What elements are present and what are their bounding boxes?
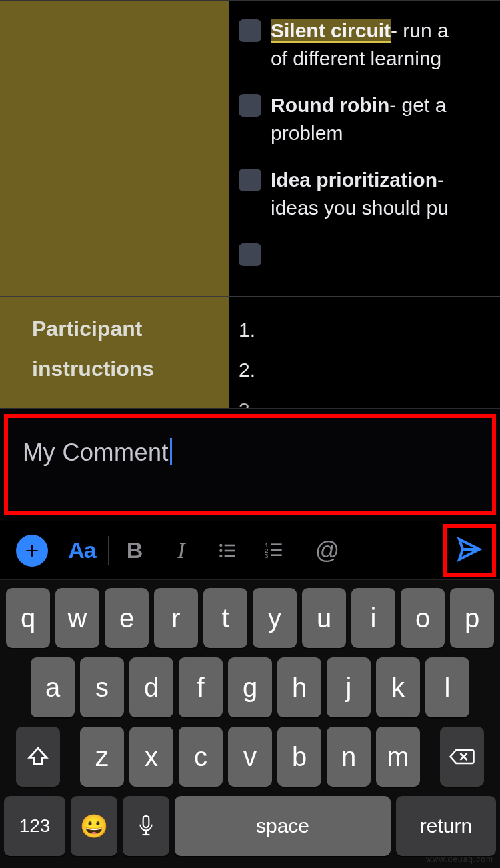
- bullet-list-button[interactable]: [205, 527, 251, 574]
- key-e[interactable]: e: [105, 588, 149, 648]
- bold-icon: B: [127, 537, 143, 563]
- ordered-list-item[interactable]: 3.: [239, 390, 493, 408]
- shift-icon: [27, 745, 49, 768]
- add-button[interactable]: [5, 527, 59, 574]
- key-i[interactable]: i: [351, 588, 395, 648]
- checklist-item[interactable]: Round robin- get a problem: [239, 91, 493, 147]
- key-p[interactable]: p: [450, 588, 494, 648]
- svg-point-0: [219, 543, 222, 546]
- send-icon: [456, 536, 483, 563]
- svg-rect-9: [271, 549, 282, 551]
- at-icon: @: [315, 537, 340, 565]
- checklist-item[interactable]: Silent circuit- run a of different learn…: [239, 17, 493, 73]
- key-f[interactable]: f: [179, 657, 223, 717]
- checkbox-icon[interactable]: [239, 243, 261, 266]
- checklist-text[interactable]: Silent circuit- run a of different learn…: [271, 17, 449, 73]
- checklist-item-empty[interactable]: [239, 241, 493, 266]
- svg-rect-3: [225, 549, 235, 551]
- toolbar-separator: [108, 536, 109, 565]
- checklist-item[interactable]: Idea prioritization- ideas you should pu: [239, 166, 493, 222]
- send-button[interactable]: [456, 536, 483, 565]
- key-k[interactable]: k: [376, 657, 420, 717]
- comment-area: My Comment: [0, 408, 500, 521]
- svg-rect-15: [143, 816, 149, 827]
- key-r[interactable]: r: [154, 588, 198, 648]
- numbered-list-icon: 123: [264, 540, 285, 561]
- key-w[interactable]: w: [55, 588, 99, 648]
- key-c[interactable]: c: [179, 727, 223, 787]
- bullet-list-icon: [217, 540, 239, 561]
- key-g[interactable]: g: [228, 657, 272, 717]
- key-backspace[interactable]: [440, 727, 484, 787]
- keyboard: q w e r t y u i o p a s d f g h j k l: [0, 580, 500, 868]
- key-a[interactable]: a: [31, 657, 75, 717]
- keyboard-row: q w e r t y u i o p: [4, 588, 496, 648]
- document-area[interactable]: Silent circuit- run a of different learn…: [0, 0, 500, 408]
- table-cell-right[interactable]: Silent circuit- run a of different learn…: [229, 1, 500, 296]
- bold-button[interactable]: B: [111, 527, 158, 574]
- key-z[interactable]: z: [80, 727, 124, 787]
- mention-button[interactable]: @: [304, 527, 351, 574]
- italic-button[interactable]: I: [158, 527, 205, 574]
- watermark: www.deuaq.com: [426, 855, 493, 864]
- formatting-toolbar: Aa B I 123 @: [0, 521, 500, 580]
- key-v[interactable]: v: [228, 727, 272, 787]
- key-m[interactable]: m: [376, 727, 420, 787]
- svg-rect-7: [271, 543, 282, 545]
- italic-icon: I: [177, 538, 185, 563]
- text-style-button[interactable]: Aa: [59, 527, 105, 574]
- key-d[interactable]: d: [129, 657, 173, 717]
- checklist-text[interactable]: Round robin- get a problem: [271, 91, 446, 147]
- table-row: Participant instructions 1. 2. 3.: [0, 297, 500, 408]
- toolbar-separator: [301, 536, 301, 565]
- key-u[interactable]: u: [302, 588, 346, 648]
- table-cell-right[interactable]: 1. 2. 3.: [229, 297, 500, 408]
- ordered-list-item[interactable]: 1.: [239, 310, 493, 350]
- keyboard-row: z x c v b n m: [4, 727, 496, 787]
- comment-input-highlight: My Comment: [4, 414, 496, 515]
- table-cell-label[interactable]: Participant instructions: [0, 297, 229, 408]
- checklist-text[interactable]: Idea prioritization- ideas you should pu: [271, 166, 449, 222]
- key-j[interactable]: j: [327, 657, 371, 717]
- key-n[interactable]: n: [327, 727, 371, 787]
- key-l[interactable]: l: [425, 657, 469, 717]
- send-button-highlight: [443, 524, 496, 577]
- checkbox-icon[interactable]: [239, 169, 261, 191]
- table-cell-left-highlighted[interactable]: [0, 1, 229, 296]
- key-return[interactable]: return: [396, 796, 496, 856]
- table: Silent circuit- run a of different learn…: [0, 1, 500, 408]
- svg-rect-5: [225, 555, 235, 557]
- key-x[interactable]: x: [129, 727, 173, 787]
- highlighted-text: Silent circuit: [271, 19, 391, 43]
- keyboard-row: a s d f g h j k l: [4, 657, 496, 717]
- key-q[interactable]: q: [6, 588, 50, 648]
- row-label: Participant: [32, 309, 219, 349]
- backspace-icon: [449, 747, 475, 767]
- svg-point-4: [219, 554, 222, 557]
- text-caret: [170, 438, 172, 465]
- key-t[interactable]: t: [203, 588, 247, 648]
- key-o[interactable]: o: [401, 588, 445, 648]
- checkbox-icon[interactable]: [239, 94, 261, 117]
- plus-circle-icon: [16, 535, 48, 567]
- text-style-icon: Aa: [68, 537, 95, 563]
- key-s[interactable]: s: [80, 657, 124, 717]
- ordered-list-item[interactable]: 2.: [239, 350, 493, 390]
- svg-rect-11: [271, 554, 282, 556]
- svg-text:3: 3: [265, 552, 268, 559]
- key-b[interactable]: b: [277, 727, 321, 787]
- key-y[interactable]: y: [253, 588, 297, 648]
- key-numbers[interactable]: 123: [4, 796, 65, 856]
- key-shift[interactable]: [16, 727, 60, 787]
- svg-rect-1: [225, 544, 235, 546]
- comment-input[interactable]: My Comment: [23, 439, 169, 466]
- key-space[interactable]: space: [175, 796, 391, 856]
- key-h[interactable]: h: [277, 657, 321, 717]
- key-emoji[interactable]: 😀: [71, 796, 117, 856]
- checkbox-icon[interactable]: [239, 19, 261, 42]
- microphone-icon: [137, 814, 155, 838]
- key-dictation[interactable]: [123, 796, 169, 856]
- svg-point-2: [219, 549, 222, 551]
- screen: Silent circuit- run a of different learn…: [0, 0, 500, 868]
- numbered-list-button[interactable]: 123: [251, 527, 298, 574]
